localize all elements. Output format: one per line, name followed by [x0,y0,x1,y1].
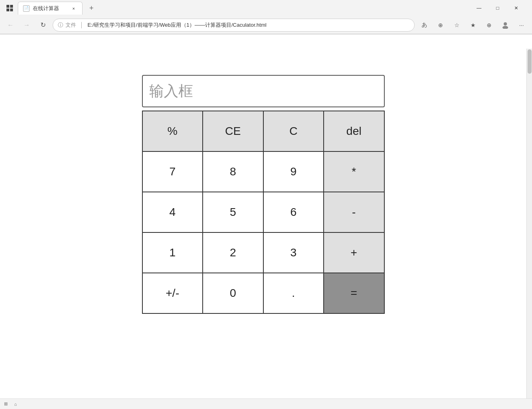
address-bar[interactable]: ⓘ 文件 │ E:/研究生学习和项目/前端学习/Web应用（1）——计算器项目/… [53,19,415,32]
negate-button[interactable]: +/- [143,273,203,314]
content-area: 输入框 %CECdel789*456-123++/-0.= [0,34,526,395]
equals-button[interactable]: = [324,273,385,314]
subtract-button[interactable]: - [324,192,385,233]
favorites-button[interactable]: ★ [466,19,479,32]
restore-button[interactable]: □ [488,2,507,15]
six-button[interactable]: 6 [264,192,324,233]
zero-button[interactable]: 0 [203,273,264,314]
back-button[interactable]: ← [4,19,17,32]
browser-chrome: 📄 在线计算器 × + — □ ✕ ← → ↻ ⓘ 文件 │ E:/研究生学习和… [0,0,532,34]
svg-point-4 [504,22,507,26]
calculator: 输入框 %CECdel789*456-123++/-0.= [142,75,385,314]
browser-icon [3,2,16,15]
no-favorites-button[interactable]: ☆ [450,19,463,32]
close-button[interactable]: ✕ [507,2,526,15]
status-bar: ⊞ ⌂ [0,398,532,409]
five-button[interactable]: 5 [203,192,264,233]
read-aloud-button[interactable]: あ [418,19,431,32]
refresh-button[interactable]: ↻ [36,19,49,32]
forward-button[interactable]: → [20,19,33,32]
zoom-button[interactable]: ⊕ [434,19,447,32]
address-bar-row: ← → ↻ ⓘ 文件 │ E:/研究生学习和项目/前端学习/Web应用（1）——… [0,16,532,34]
title-bar: 📄 在线计算器 × + — □ ✕ [0,0,532,16]
more-button[interactable]: ··· [515,19,528,32]
tab-favicon: 📄 [23,5,30,12]
eight-button[interactable]: 8 [203,152,264,192]
clear-button[interactable]: C [264,111,324,152]
svg-rect-3 [10,9,13,11]
profile-button[interactable] [499,19,512,32]
svg-point-5 [502,26,508,29]
one-button[interactable]: 1 [143,233,203,273]
address-url: E:/研究生学习和项目/前端学习/Web应用（1）——计算器项目/Caculat… [87,21,409,29]
ce-button[interactable]: CE [203,111,264,152]
tab-close-button[interactable]: × [70,5,77,12]
svg-rect-2 [6,9,9,11]
calculator-grid: %CECdel789*456-123++/-0.= [142,111,385,314]
display-text: 输入框 [149,81,193,101]
seven-button[interactable]: 7 [143,152,203,192]
minimize-button[interactable]: — [470,2,488,15]
address-separator: │ [80,22,83,28]
window-controls: — □ ✕ [470,2,526,15]
percent-button[interactable]: % [143,111,203,152]
svg-rect-0 [6,5,9,8]
scrollbar[interactable] [526,49,532,409]
four-button[interactable]: 4 [143,192,203,233]
status-item-2: ⌂ [14,402,17,407]
address-info: ⓘ [58,21,63,29]
three-button[interactable]: 3 [264,233,324,273]
del-button[interactable]: del [324,111,385,152]
tab-title: 在线计算器 [33,5,59,12]
file-label: 文件 [66,21,76,29]
multiply-button[interactable]: * [324,152,385,192]
new-tab-button[interactable]: + [86,2,97,14]
collections-button[interactable]: ⊕ [483,19,496,32]
calculator-display[interactable]: 输入框 [142,75,385,107]
two-button[interactable]: 2 [203,233,264,273]
scrollbar-thumb[interactable] [528,49,532,74]
add-button[interactable]: + [324,233,385,273]
nine-button[interactable]: 9 [264,152,324,192]
active-tab[interactable]: 📄 在线计算器 × [18,2,83,15]
svg-rect-1 [10,5,13,8]
decimal-button[interactable]: . [264,273,324,314]
status-item-1: ⊞ [4,401,8,407]
